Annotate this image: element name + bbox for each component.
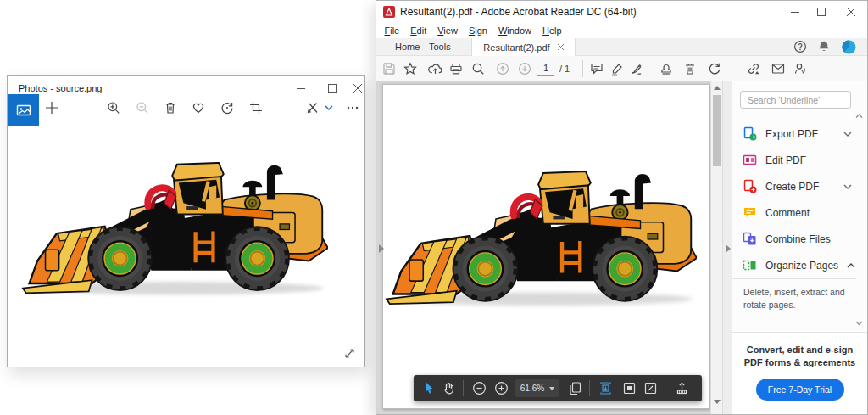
tool-organize-pages[interactable]: Organize Pages xyxy=(732,252,858,278)
chevron-down-icon[interactable] xyxy=(843,132,852,137)
sidebar-scroll-up[interactable] xyxy=(855,114,863,119)
sidebar-scroll-down[interactable] xyxy=(855,321,863,326)
hand-tool-icon[interactable] xyxy=(442,381,456,395)
rotate-icon[interactable] xyxy=(220,101,234,115)
tab-tools[interactable]: Tools xyxy=(429,42,451,52)
menu-window[interactable]: Window xyxy=(492,25,537,36)
menu-edit[interactable]: Edit xyxy=(405,25,432,36)
edit-create-icon[interactable] xyxy=(306,101,320,115)
view-toolbar: 61.6% xyxy=(414,375,702,401)
upload-share-icon[interactable] xyxy=(675,381,689,395)
trial-promo: Convert, edit and e-sign PDF forms & agr… xyxy=(732,332,867,414)
resize-diagonal-icon[interactable] xyxy=(343,347,356,360)
tools-search-input[interactable] xyxy=(740,91,851,109)
pdf-page xyxy=(382,84,709,409)
stamp-icon[interactable] xyxy=(659,62,673,76)
scroll-down-arrow[interactable] xyxy=(714,400,721,404)
tab-document[interactable]: Resultant(2).pdf xyxy=(471,38,576,56)
share-upload-icon[interactable] xyxy=(428,62,442,76)
combine-files-icon xyxy=(743,232,757,246)
edit-pdf-icon xyxy=(743,153,757,167)
notifications-bell-icon[interactable] xyxy=(817,40,831,53)
photos-close-button[interactable] xyxy=(343,76,372,100)
menu-file[interactable]: File xyxy=(379,25,405,36)
fullscreen-icon[interactable] xyxy=(643,381,658,395)
comment-icon[interactable] xyxy=(590,62,604,76)
wheel-loader-image xyxy=(385,170,697,309)
tool-edit-pdf[interactable]: Edit PDF xyxy=(732,147,858,173)
menu-help[interactable]: Help xyxy=(537,25,568,36)
chevron-down-icon[interactable] xyxy=(843,184,852,189)
tool-export-pdf[interactable]: Export PDF xyxy=(732,121,858,147)
tab-close-icon[interactable] xyxy=(558,44,564,50)
delete-page-icon[interactable] xyxy=(683,62,697,76)
document-area: 61.6% xyxy=(376,81,732,414)
page-thumbnails-icon[interactable] xyxy=(568,381,582,395)
user-avatar[interactable] xyxy=(842,40,856,54)
fit-page-icon[interactable] xyxy=(622,381,637,395)
organize-pages-icon xyxy=(743,258,757,272)
acrobat-window: Resultant(2).pdf - Adobe Acrobat Reader … xyxy=(376,0,868,415)
search-icon[interactable] xyxy=(471,62,485,76)
zoom-in-icon[interactable] xyxy=(494,381,509,395)
page-total-label: / 1 xyxy=(559,64,570,74)
zoom-level-control[interactable]: 61.6% xyxy=(515,379,559,397)
share-person-icon[interactable] xyxy=(793,62,807,76)
next-page-icon[interactable] xyxy=(518,62,531,76)
tool-create-pdf[interactable]: Create PDF xyxy=(732,173,858,199)
tool-comment[interactable]: Comment xyxy=(732,199,858,226)
right-panel-collapse-arrow[interactable] xyxy=(726,244,731,253)
zoom-out-icon[interactable] xyxy=(472,381,487,395)
favorite-star-icon[interactable] xyxy=(403,62,417,76)
organize-pages-description: Delete, insert, extract and rotate pages… xyxy=(743,286,845,311)
photos-minimize-button[interactable] xyxy=(287,76,315,100)
sidebar-scrollbar[interactable] xyxy=(855,114,863,326)
print-icon[interactable] xyxy=(449,62,463,76)
share-link-icon[interactable] xyxy=(747,62,760,76)
acrobat-close-button[interactable] xyxy=(836,1,866,23)
tab-document-label: Resultant(2).pdf xyxy=(483,42,549,53)
delete-icon[interactable] xyxy=(164,101,177,115)
rotate-page-icon[interactable] xyxy=(708,62,721,76)
favorite-heart-icon[interactable] xyxy=(192,101,205,115)
zoom-level-value: 61.6% xyxy=(520,384,544,393)
right-panel-splitter[interactable] xyxy=(722,81,732,414)
free-trial-button[interactable]: Free 7-Day Trial xyxy=(756,379,844,401)
document-scrollbar[interactable] xyxy=(710,81,722,414)
crop-icon[interactable] xyxy=(249,101,263,115)
acrobat-menubar: File Edit View Sign Window Help xyxy=(376,23,867,38)
add-to-collection-icon[interactable] xyxy=(45,101,58,115)
edit-create-dropdown-chevron[interactable] xyxy=(325,105,338,119)
tool-combine-files[interactable]: Combine Files xyxy=(732,226,858,252)
tab-home[interactable]: Home xyxy=(395,42,420,52)
zoom-out-icon[interactable] xyxy=(136,101,149,115)
scrolling-mode-icon[interactable] xyxy=(598,381,613,395)
chevron-up-icon[interactable] xyxy=(847,263,855,268)
more-options-icon[interactable] xyxy=(346,101,359,115)
left-panel-collapse-arrow[interactable] xyxy=(379,244,384,253)
scroll-up-arrow[interactable] xyxy=(714,86,721,90)
sign-pen-icon[interactable] xyxy=(630,62,643,76)
photos-maximize-button[interactable] xyxy=(318,76,347,100)
tool-label: Create PDF xyxy=(765,181,819,193)
help-icon[interactable] xyxy=(793,40,807,53)
scrollbar-thumb[interactable] xyxy=(713,95,721,166)
menu-view[interactable]: View xyxy=(432,25,464,36)
photos-window: Photos - source.png xyxy=(7,75,365,367)
menu-sign[interactable]: Sign xyxy=(463,25,492,36)
save-icon[interactable] xyxy=(382,62,396,76)
desktop: Photos - source.png Resultant(2).pdf - A… xyxy=(0,0,868,415)
tool-label: Edit PDF xyxy=(765,154,806,166)
tool-label: Combine Files xyxy=(765,233,831,245)
acrobat-maximize-button[interactable] xyxy=(806,1,837,23)
email-icon[interactable] xyxy=(771,62,785,76)
zoom-in-icon[interactable] xyxy=(107,101,120,115)
see-all-photos-button[interactable] xyxy=(8,94,39,126)
tools-list: Export PDF Edit PDF Create PDF Co xyxy=(732,121,858,278)
export-pdf-icon xyxy=(743,126,757,141)
highlight-icon[interactable] xyxy=(610,62,624,76)
previous-page-icon[interactable] xyxy=(496,62,509,76)
page-number-input[interactable] xyxy=(537,61,554,76)
acrobat-toolbar: / 1 xyxy=(376,56,867,81)
select-cursor-icon[interactable] xyxy=(422,381,437,395)
